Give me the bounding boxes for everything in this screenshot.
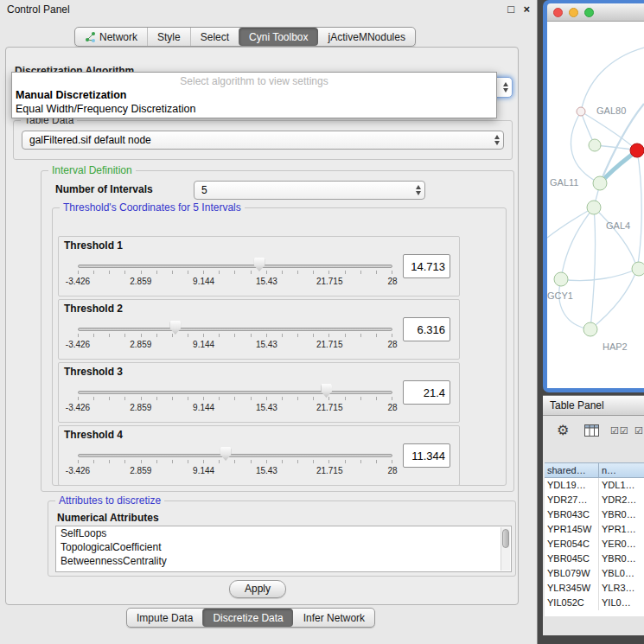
mac-close-button[interactable] (553, 8, 563, 17)
threshold-4-label: Threshold 4 (64, 429, 123, 441)
table-row[interactable]: YBL079WYBL0… (545, 566, 644, 581)
network-node[interactable] (583, 322, 597, 336)
network-node[interactable] (589, 139, 601, 151)
interval-definition-group: Interval Definition Number of Intervals … (41, 170, 514, 492)
table-cell[interactable]: YBR0… (599, 507, 644, 522)
slider-track[interactable] (78, 391, 392, 394)
table-row[interactable]: YER054CYER0… (545, 537, 644, 552)
network-svg[interactable]: GAL80GAL11GAL4GCY1HAP2 (547, 22, 644, 388)
network-node[interactable] (630, 143, 644, 157)
list-item-topologicalcoefficient[interactable]: TopologicalCoefficient (56, 540, 511, 554)
table-cell[interactable]: YLR3… (599, 581, 644, 596)
scale-tick-label: 21.715 (316, 403, 343, 412)
list-item-betweennesscentrality[interactable]: BetweennessCentrality (56, 554, 511, 568)
table-cell[interactable]: YDL1… (599, 478, 644, 493)
table-cell[interactable]: YER054C (545, 537, 599, 552)
table-cell[interactable]: YPR145W (545, 522, 599, 537)
table-cell[interactable]: YPR1… (599, 522, 644, 537)
dropdown-option-manual-discretization[interactable]: Manual Discretization (12, 87, 496, 101)
tab-infer-network[interactable]: Infer Network (293, 609, 374, 627)
table-cell[interactable]: YBR0… (599, 552, 644, 566)
slider-track[interactable] (78, 265, 392, 268)
network-node[interactable] (593, 176, 607, 190)
app-root: Control Panel □ × Network Style Select (0, 0, 644, 644)
table-cell[interactable]: YIL0… (599, 596, 644, 610)
network-canvas[interactable]: GAL80GAL11GAL4GCY1HAP2 (547, 22, 644, 388)
table-cell[interactable]: YBR045C (545, 552, 599, 566)
table-row[interactable]: YDR27…YDR2… (545, 493, 644, 507)
table-row[interactable]: YLR345WYLR3… (545, 581, 644, 596)
table-cell[interactable]: YIL052C (545, 596, 599, 610)
column-header-shared-name[interactable]: shared… (545, 462, 599, 478)
table-row[interactable]: YBR045CYBR0… (545, 552, 644, 566)
network-node[interactable] (587, 201, 601, 214)
number-of-intervals-combobox[interactable]: 5 (194, 181, 425, 200)
slider-thumb[interactable] (169, 321, 181, 335)
tab-select[interactable]: Select (190, 28, 239, 46)
float-window-icon[interactable]: □ (507, 3, 514, 16)
table-row[interactable]: YDL19…YDL1… (545, 478, 644, 493)
table-cell[interactable]: YDR27… (545, 493, 599, 507)
slider-ticks (78, 460, 392, 463)
gear-icon[interactable]: ⚙ (557, 422, 569, 438)
algorithm-placeholder: Select algorithm to view settings (12, 73, 496, 87)
table-cell[interactable]: YDL19… (545, 478, 599, 493)
scale-tick-label: 15.43 (256, 277, 277, 286)
tab-cyni-toolbox[interactable]: Cyni Toolbox (239, 28, 317, 46)
slider-thumb[interactable] (254, 258, 265, 271)
threshold-2-value-field[interactable] (403, 317, 450, 341)
network-node[interactable] (554, 272, 568, 286)
scale-tick-label: 28 (387, 466, 397, 475)
threshold-3-value-field[interactable] (403, 380, 450, 405)
network-node[interactable] (577, 107, 585, 116)
number-of-intervals-label: Number of Intervals (55, 183, 153, 195)
network-node-label: GCY1 (547, 290, 573, 301)
slider-track[interactable] (78, 328, 392, 331)
table-cell[interactable]: YBL0… (599, 566, 644, 581)
column-header-name[interactable]: n… (599, 462, 644, 478)
threshold-1-value-field[interactable] (403, 254, 450, 278)
select-all-columns-icon[interactable]: ☑☑ (610, 425, 629, 437)
table-data-combobox[interactable]: galFiltered.sif default node (22, 131, 504, 150)
select-columns-icon[interactable]: ☑☑ (634, 425, 644, 437)
control-panel: Control Panel □ × Network Style Select (0, 0, 538, 644)
table-toolbar: ⚙ ☑☑ ☑☑ (543, 419, 644, 443)
table-row[interactable]: YPR145WYPR1… (545, 522, 644, 537)
table-cell[interactable]: YER0… (599, 537, 644, 552)
threshold-2-slider[interactable] (78, 321, 392, 338)
threshold-4-slider[interactable] (78, 447, 392, 464)
threshold-3-label: Threshold 3 (64, 366, 123, 378)
dropdown-option-equal-width-frequency[interactable]: Equal Width/Frequency Discretization (12, 101, 496, 115)
threshold-1-slider[interactable] (78, 258, 392, 275)
slider-thumb[interactable] (321, 384, 332, 398)
table-header-row: shared… n… (545, 462, 644, 478)
tab-style[interactable]: Style (147, 28, 190, 46)
tab-cyni-toolbox-label: Cyni Toolbox (249, 31, 308, 43)
table-cell[interactable]: YLR345W (545, 581, 599, 596)
slider-thumb[interactable] (220, 447, 232, 461)
table-cell[interactable]: YDR2… (599, 493, 644, 507)
columns-icon[interactable] (584, 424, 599, 440)
attributes-list-scrollbar[interactable] (501, 527, 510, 571)
table-cell[interactable]: YBL079W (545, 566, 599, 581)
table-row[interactable]: YBR043CYBR0… (545, 507, 644, 522)
mac-minimize-button[interactable] (569, 8, 578, 17)
table-cell[interactable]: YBR043C (545, 507, 599, 522)
network-node[interactable] (632, 262, 644, 276)
tab-network[interactable]: Network (75, 28, 147, 46)
tab-discretize-data[interactable]: Discretize Data (202, 609, 292, 627)
close-window-icon[interactable]: × (523, 3, 530, 16)
slider-track[interactable] (78, 454, 392, 457)
mac-zoom-button[interactable] (584, 8, 594, 17)
apply-button[interactable]: Apply (229, 580, 286, 598)
tab-jactivemnodules[interactable]: jActiveMNodules (318, 28, 415, 46)
threshold-3-slider[interactable] (78, 384, 392, 401)
scale-tick-label: 15.43 (256, 466, 277, 475)
list-item-selfloops[interactable]: SelfLoops (56, 526, 511, 540)
scrollbar-thumb[interactable] (502, 529, 509, 548)
threshold-4-value-field[interactable] (403, 443, 450, 468)
scale-tick-label: -3.426 (66, 466, 90, 475)
table-row[interactable]: YIL052CYIL0… (545, 596, 644, 610)
table-data-value: galFiltered.sif default node (29, 134, 151, 146)
tab-impute-data[interactable]: Impute Data (127, 609, 202, 627)
